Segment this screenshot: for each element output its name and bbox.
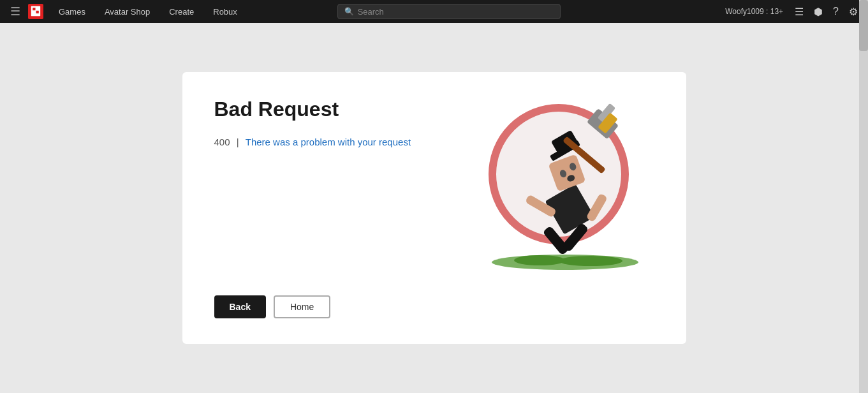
nav-avatar-shop-link[interactable]: Avatar Shop — [97, 7, 158, 17]
main-content: Bad Request 400 | There was a problem wi… — [0, 23, 868, 393]
nav-games-link[interactable]: Games — [51, 7, 93, 17]
svg-point-5 — [514, 255, 565, 265]
svg-rect-2 — [33, 8, 35, 10]
error-title: Bad Request — [214, 98, 463, 121]
error-card: Bad Request 400 | There was a problem wi… — [182, 72, 686, 344]
error-text-section: Bad Request 400 | There was a problem wi… — [214, 98, 463, 147]
error-code-line: 400 | There was a problem with your requ… — [214, 137, 418, 147]
roblox-character-svg — [476, 91, 654, 270]
search-input[interactable] — [358, 7, 554, 17]
nav-robux-link[interactable]: Robux — [205, 7, 245, 17]
svg-rect-3 — [36, 11, 38, 13]
error-separator: | — [234, 137, 242, 147]
roblox-logo[interactable] — [28, 4, 43, 19]
search-icon: 🔍 — [344, 7, 354, 16]
help-icon-button[interactable]: ? — [829, 6, 842, 17]
nav-create-link[interactable]: Create — [161, 7, 202, 17]
scrollbar-thumb[interactable] — [859, 0, 868, 51]
chat-icon-button[interactable]: ☰ — [791, 6, 807, 18]
home-button[interactable]: Home — [274, 295, 330, 318]
error-content-area: Bad Request 400 | There was a problem wi… — [214, 98, 654, 270]
hamburger-menu-button[interactable]: ☰ — [6, 4, 24, 19]
nav-right-section: Woofy1009 : 13+ ☰ ⬢ ? ⚙ — [725, 6, 862, 18]
user-label: Woofy1009 : 13+ — [725, 7, 783, 16]
error-code: 400 — [214, 137, 230, 147]
shield-icon-button[interactable]: ⬢ — [810, 6, 827, 18]
scrollbar-track — [859, 0, 868, 393]
error-illustration — [476, 91, 654, 270]
error-message: There was a problem with your request — [246, 137, 411, 147]
navbar: ☰ Games Avatar Shop Create Robux 🔍 Woofy… — [0, 0, 868, 23]
back-button[interactable]: Back — [214, 295, 266, 318]
search-bar: 🔍 — [337, 4, 561, 19]
svg-rect-1 — [31, 6, 40, 17]
error-buttons-area: Back Home — [214, 295, 654, 318]
svg-point-6 — [559, 256, 622, 266]
